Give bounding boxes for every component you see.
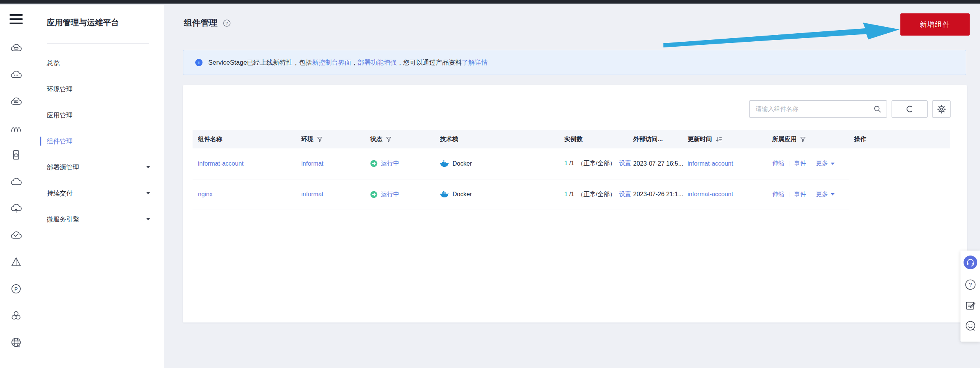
sort-icon[interactable] — [715, 137, 722, 142]
more-action-link[interactable]: 更多 — [816, 160, 828, 168]
column-header-stack: 技术栈 — [440, 135, 458, 143]
sidebar-item-component[interactable]: 组件管理 — [32, 128, 164, 154]
cloud-box-icon[interactable] — [0, 88, 32, 115]
docker-icon — [440, 160, 449, 168]
column-header-status: 状态 — [370, 135, 382, 143]
status-running-icon — [370, 160, 377, 167]
table-row: nginx informat 运行中 Docker 1/1（正常/全部）设置 2… — [193, 179, 950, 210]
filter-icon[interactable] — [800, 137, 806, 142]
sidebar-item-continuous-delivery[interactable]: 持续交付 — [32, 180, 164, 206]
three-circles-icon[interactable] — [0, 302, 32, 329]
page-header: 组件管理 ? — [184, 17, 231, 29]
filter-icon[interactable] — [317, 137, 323, 142]
stack-name: Docker — [452, 160, 472, 167]
sidebar-menu: 总览 环境管理 应用管理 组件管理 部署源管理 持续交付 微服务引擎 — [32, 50, 164, 232]
search-box — [749, 100, 887, 118]
environment-link[interactable]: informat — [301, 160, 323, 167]
refresh-button[interactable] — [892, 100, 928, 118]
more-action-link[interactable]: 更多 — [816, 191, 828, 199]
action-divider — [811, 161, 811, 166]
sidebar-item-microservice-engine[interactable]: 微服务引擎 — [32, 206, 164, 232]
action-divider — [811, 192, 811, 197]
sidebar-item-overview[interactable]: 总览 — [32, 50, 164, 76]
rail-icon-list: P w — [0, 34, 32, 356]
environment-link[interactable]: informat — [301, 191, 323, 197]
component-table: 组件名称 环境 状态 技术栈 实例数 外部访问... 更新时间 所属应用 操作 — [193, 130, 950, 210]
chevron-down-icon[interactable] — [831, 163, 835, 165]
column-header-application: 所属应用 — [772, 135, 797, 143]
cloud-icon[interactable] — [0, 168, 32, 195]
svg-text:w: w — [17, 344, 20, 348]
component-name-link[interactable]: informat-account — [198, 160, 243, 167]
instances-total: /1 — [569, 191, 574, 197]
waves-icon[interactable] — [0, 115, 32, 142]
support-headset-icon[interactable] — [963, 255, 978, 270]
gear-icon[interactable] — [932, 100, 951, 118]
server-card-icon[interactable] — [0, 142, 32, 168]
banner-text: ，您可以通过产品资料 — [397, 58, 462, 67]
sidebar: 应用管理与运维平台 总览 环境管理 应用管理 组件管理 部署源管理 持续交付 微… — [32, 5, 164, 368]
smiley-icon[interactable] — [965, 320, 976, 332]
banner-link-learn-more[interactable]: 了解详情 — [462, 58, 488, 67]
rail-divider — [7, 32, 25, 32]
application-link[interactable]: informat-account — [688, 191, 733, 197]
circle-p-icon[interactable]: P — [0, 275, 32, 302]
stack-name: Docker — [452, 191, 472, 198]
banner-link-new-console[interactable]: 新控制台界面 — [312, 58, 351, 67]
search-input[interactable] — [755, 105, 874, 113]
instances-note: （正常/全部） — [577, 191, 616, 197]
sidebar-title: 应用管理与运维平台 — [47, 17, 119, 28]
add-component-button[interactable]: 新增组件 — [900, 13, 970, 36]
svg-text:?: ? — [969, 282, 972, 288]
search-icon[interactable] — [874, 105, 881, 113]
sidebar-item-label: 环境管理 — [47, 85, 73, 94]
application-link[interactable]: informat-account — [688, 160, 733, 167]
instances-note: （正常/全部） — [577, 160, 616, 166]
scale-action-link[interactable]: 伸缩 — [772, 191, 784, 199]
sidebar-item-label: 应用管理 — [47, 111, 73, 120]
cloud-dots-icon[interactable] — [0, 61, 32, 88]
help-icon[interactable]: ? — [223, 19, 231, 27]
prism-icon[interactable] — [0, 249, 32, 275]
filter-icon[interactable] — [386, 137, 392, 142]
status-running-icon — [370, 191, 377, 198]
component-name-link[interactable]: nginx — [198, 191, 212, 197]
instances-ok: 1 — [564, 160, 568, 166]
annotation-arrow — [658, 21, 926, 54]
chevron-down-icon[interactable] — [831, 193, 835, 195]
scale-action-link[interactable]: 伸缩 — [772, 160, 784, 168]
action-divider — [789, 192, 789, 197]
banner-link-deploy-enhance[interactable]: 部署功能增强 — [358, 58, 397, 67]
feedback-edit-icon[interactable] — [965, 300, 976, 311]
sidebar-item-environment[interactable]: 环境管理 — [32, 76, 164, 102]
cloud-upload-icon[interactable] — [0, 195, 32, 222]
updated-time: 2023-07-27 16:5... — [633, 160, 683, 167]
events-action-link[interactable]: 事件 — [794, 160, 806, 168]
svg-text:i: i — [198, 60, 200, 65]
cloud-hdd-icon[interactable] — [0, 34, 32, 61]
globe-icon[interactable]: w — [0, 329, 32, 356]
table-header-row: 组件名称 环境 状态 技术栈 实例数 外部访问... 更新时间 所属应用 操作 — [193, 130, 950, 148]
updated-time: 2023-07-26 21:1... — [633, 191, 683, 197]
help-icon[interactable]: ? — [965, 279, 976, 290]
chevron-down-icon — [146, 166, 150, 168]
chevron-down-icon — [146, 192, 150, 194]
access-settings-link[interactable]: 设置 — [619, 191, 631, 197]
banner-text: ， — [351, 58, 358, 67]
sidebar-divider — [47, 43, 149, 44]
svg-text:?: ? — [225, 21, 228, 25]
events-action-link[interactable]: 事件 — [794, 191, 806, 199]
column-header-external-access: 外部访问... — [633, 135, 663, 143]
access-settings-link[interactable]: 设置 — [619, 160, 631, 166]
main-content: 组件管理 ? 新增组件 i ServiceStage已经上线新特性，包括新控制台… — [164, 5, 980, 368]
hamburger-menu-icon[interactable] — [10, 14, 23, 24]
window-top-bar — [0, 0, 980, 4]
sidebar-item-application[interactable]: 应用管理 — [32, 102, 164, 128]
sidebar-item-deploy-source[interactable]: 部署源管理 — [32, 154, 164, 180]
table-toolbar — [749, 100, 951, 118]
info-icon: i — [195, 59, 203, 67]
cloud-check-icon[interactable] — [0, 222, 32, 249]
component-table-card: 组件名称 环境 状态 技术栈 实例数 外部访问... 更新时间 所属应用 操作 — [183, 85, 967, 322]
instances-total: /1 — [569, 160, 574, 166]
action-divider — [789, 161, 789, 166]
